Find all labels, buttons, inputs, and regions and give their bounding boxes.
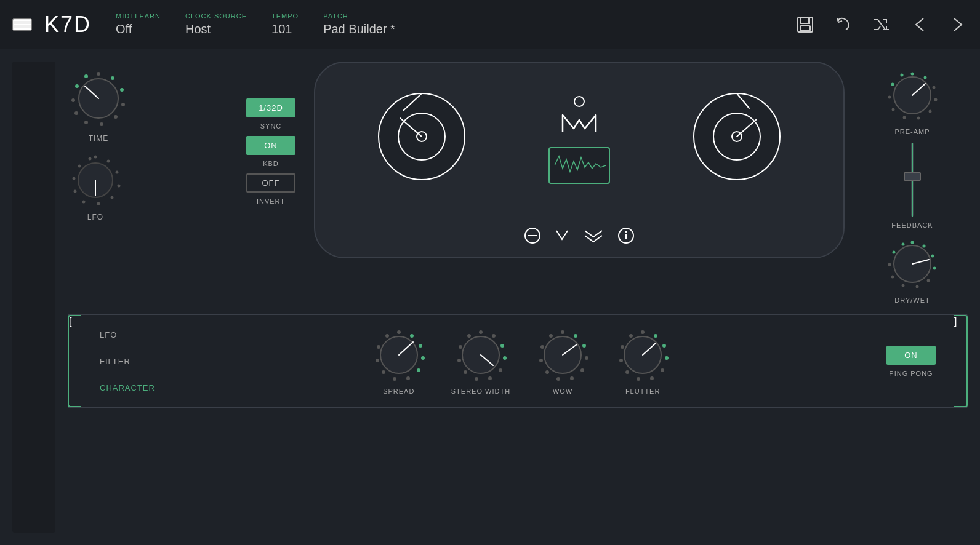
next-patch-button[interactable] [948, 15, 968, 34]
svg-point-116 [665, 356, 669, 360]
stereo-width-knob-container: STEREO WIDTH [451, 327, 510, 395]
left-head-knob[interactable] [372, 81, 471, 192]
ping-pong-section: ON PING PONG [886, 346, 936, 377]
svg-point-69 [888, 263, 891, 266]
delay-display [334, 81, 825, 194]
clock-source-param: CLOCK SOURCE Host [185, 12, 247, 36]
feedback-thumb[interactable] [904, 172, 921, 181]
waveform-display[interactable] [548, 147, 610, 184]
svg-point-47 [625, 231, 627, 233]
svg-point-104 [580, 368, 584, 372]
main-area: TIME [0, 49, 980, 545]
lfo-mod-label[interactable]: LFO [100, 330, 155, 340]
svg-point-52 [929, 110, 932, 113]
header-actions [795, 15, 968, 34]
character-mod-label[interactable]: CHARACTER [100, 383, 155, 392]
info-icon[interactable] [617, 226, 635, 245]
dry-wet-knob[interactable] [885, 236, 940, 292]
patch-value[interactable]: Pad Builder * [323, 22, 395, 36]
tempo-param: TEMPO 101 [271, 12, 299, 36]
svg-point-20 [107, 160, 110, 163]
svg-point-7 [120, 88, 124, 92]
spread-knob[interactable] [371, 327, 427, 383]
left-sidebar-strip [12, 62, 55, 533]
time-knob[interactable] [68, 68, 129, 129]
ping-pong-label: PING PONG [889, 370, 933, 377]
svg-point-29 [89, 157, 92, 161]
svg-point-110 [549, 334, 553, 338]
center-display [548, 92, 610, 184]
svg-point-82 [376, 359, 379, 362]
midi-learn-label: MIDI LEARN [116, 12, 161, 20]
svg-point-11 [84, 121, 88, 124]
lfo-knob-container: LFO [68, 153, 123, 221]
svg-point-105 [570, 376, 574, 380]
svg-point-84 [385, 334, 389, 338]
svg-point-50 [933, 86, 936, 89]
svg-point-79 [406, 376, 410, 380]
feedback-label: FEEDBACK [891, 221, 933, 229]
svg-point-8 [121, 103, 125, 106]
randomize-button[interactable] [872, 15, 891, 34]
svg-point-88 [492, 334, 496, 338]
pre-amp-knob-container: PRE-AMP [885, 68, 940, 135]
dry-wet-knob-container: DRY/WET [885, 236, 940, 304]
svg-point-93 [475, 377, 478, 381]
svg-point-122 [621, 345, 624, 349]
save-button[interactable] [795, 15, 815, 34]
wow-label: WOW [553, 388, 572, 395]
svg-point-22 [118, 185, 121, 188]
kbd-button[interactable]: ON [246, 136, 295, 155]
app-logo: K7D [44, 12, 91, 38]
lfo-label: LFO [87, 213, 103, 221]
wow-knob-container: WOW [535, 327, 590, 395]
down-arrow-icon[interactable] [554, 228, 570, 243]
clock-source-value[interactable]: Host [185, 22, 247, 36]
lfo-knob[interactable] [68, 153, 123, 208]
svg-point-114 [654, 334, 657, 338]
svg-point-5 [97, 72, 100, 76]
sync-button[interactable]: 1/32D [246, 98, 295, 117]
minus-icon[interactable] [523, 226, 542, 245]
spread-knob-container: SPREAD [371, 327, 427, 395]
right-head-knob[interactable] [688, 81, 786, 192]
ping-pong-button[interactable]: ON [886, 346, 936, 365]
waveform-svg [552, 150, 607, 181]
flutter-knob[interactable] [615, 327, 670, 383]
midi-learn-value[interactable]: Off [116, 22, 161, 36]
svg-point-89 [500, 344, 504, 348]
svg-point-77 [421, 356, 425, 360]
sync-label: SYNC [260, 122, 282, 130]
invert-button[interactable]: OFF [246, 173, 295, 193]
svg-point-28 [78, 165, 81, 168]
wow-knob[interactable] [535, 327, 590, 383]
svg-point-74 [397, 330, 401, 334]
svg-point-107 [545, 370, 549, 374]
invert-group: OFF INVERT [246, 173, 295, 205]
kbd-group: ON KBD [246, 136, 295, 167]
feedback-track[interactable] [911, 143, 914, 217]
menu-button[interactable] [12, 18, 32, 31]
svg-point-10 [100, 122, 103, 126]
left-delay-head [372, 81, 471, 194]
right-delay-head [688, 81, 786, 194]
pre-amp-knob[interactable] [885, 68, 940, 123]
filter-mod-label[interactable]: FILTER [100, 357, 155, 366]
svg-point-75 [410, 334, 414, 338]
delay-unit [314, 62, 845, 258]
tempo-value[interactable]: 101 [271, 22, 299, 36]
svg-point-113 [641, 330, 645, 334]
svg-point-57 [891, 83, 894, 86]
svg-point-117 [661, 368, 664, 372]
undo-button[interactable] [833, 15, 853, 34]
svg-point-71 [902, 243, 905, 246]
tempo-label: TEMPO [271, 12, 299, 20]
svg-point-21 [116, 171, 119, 174]
stereo-width-knob[interactable] [453, 327, 508, 383]
svg-point-51 [934, 98, 938, 101]
double-down-arrow-icon[interactable] [582, 228, 604, 243]
prev-patch-button[interactable] [910, 15, 930, 34]
content-area: TIME [68, 62, 968, 533]
svg-point-64 [933, 267, 936, 270]
svg-point-67 [902, 284, 905, 287]
